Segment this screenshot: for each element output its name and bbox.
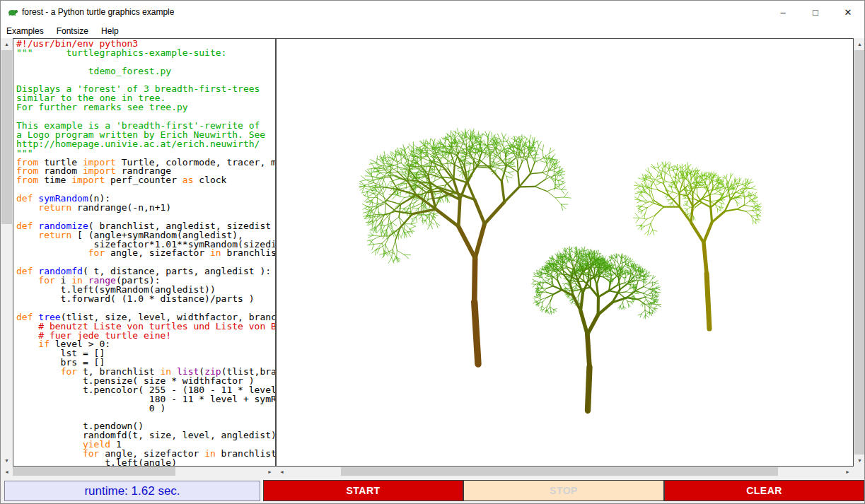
close-icon[interactable]: ✕ (832, 1, 864, 23)
code-line: from time import perf_counter as clock (16, 176, 275, 185)
scroll-up-icon[interactable]: ▲ (854, 38, 865, 50)
code-hscrollbar[interactable]: ◄ ► (1, 467, 276, 476)
menu-help[interactable]: Help (95, 24, 125, 38)
window-controls: – □ ✕ (767, 1, 864, 23)
scroll-down-icon[interactable]: ▼ (854, 455, 865, 467)
canvas-hscrollbar[interactable]: ◄ ► (276, 467, 854, 476)
code-vscroll-thumb[interactable] (1, 50, 12, 224)
menu-examples[interactable]: Examples (1, 24, 50, 38)
code-line: return randrange(-n,n+1) (16, 204, 275, 213)
turtle-icon (7, 6, 18, 18)
turtle-canvas (277, 39, 853, 466)
code-line: tdemo_forest.py (16, 67, 275, 76)
turtle-canvas-area (276, 38, 854, 467)
bottombar: runtime: 1.62 sec. START STOP CLEAR (1, 476, 865, 504)
start-button[interactable]: START (263, 480, 463, 501)
scroll-down-icon[interactable]: ▼ (1, 455, 13, 467)
canvas-hscroll-thumb[interactable] (341, 467, 778, 476)
scroll-right-icon[interactable]: ► (842, 467, 854, 476)
menubar: Examples Fontsize Help (1, 23, 864, 38)
canvas-vscrollbar[interactable]: ▲ ▼ (854, 38, 865, 467)
code-line: 0 ) (16, 404, 275, 414)
scroll-left-icon[interactable]: ◄ (1, 467, 13, 476)
code-editor[interactable]: #!/usr/bin/env python3""" turtlegraphics… (13, 38, 276, 467)
window-title: forest - a Python turtle graphics exampl… (22, 7, 174, 17)
scroll-right-icon[interactable]: ► (264, 467, 276, 476)
stop-button[interactable]: STOP (463, 480, 664, 501)
code-line: for angle, sizefactor in branchlist ] (16, 249, 275, 258)
scroll-left-icon[interactable]: ◄ (276, 467, 288, 476)
code-vscrollbar[interactable]: ▲ ▼ (1, 38, 13, 467)
code-line: For further remarks see tree.py (16, 103, 275, 112)
code-hscroll-thumb[interactable] (13, 467, 175, 476)
code-line: t.forward( (1.0 * distance)/parts ) (16, 295, 275, 304)
scrollbar-corner (854, 467, 865, 476)
code-line: t.left(angle) (16, 459, 275, 467)
scroll-up-icon[interactable]: ▲ (1, 38, 13, 50)
app-window: forest - a Python turtle graphics exampl… (0, 0, 865, 504)
runtime-label: runtime: 1.62 sec. (4, 481, 260, 501)
menu-fontsize[interactable]: Fontsize (50, 24, 95, 38)
maximize-icon[interactable]: □ (799, 1, 832, 23)
minimize-icon[interactable]: – (767, 1, 799, 23)
titlebar: forest - a Python turtle graphics exampl… (1, 1, 864, 23)
code-line: """ turtlegraphics-example-suite: (16, 49, 275, 58)
canvas-vscroll-thumb[interactable] (854, 50, 865, 455)
clear-button[interactable]: CLEAR (664, 480, 864, 501)
code-line: http://homepage.univie.ac.at/erich.neuwi… (16, 140, 275, 149)
